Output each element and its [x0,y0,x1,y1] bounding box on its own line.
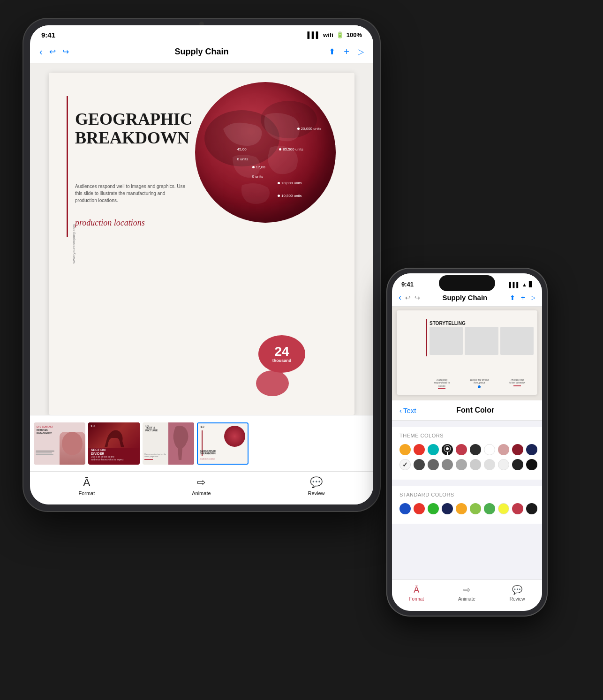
phone-share-button[interactable]: ⬆ [510,294,515,302]
color-white[interactable] [484,444,495,455]
phone-slide-thumb: STORYTELLING Audiencesrespond well tosto… [397,310,537,395]
color-dark-7[interactable] [498,459,509,470]
wifi-icon: ▲ [522,282,527,287]
phone-dynamic-island [439,275,495,291]
data-point-6: 0 units [252,174,264,179]
color-dark-8[interactable] [512,459,523,470]
thumbnail-12[interactable]: 12 GEOGRAPHICBREAKDOWN production locati… [197,422,249,465]
thumb12-globe [224,426,245,447]
phone-undo-button[interactable]: ↩ [405,294,411,301]
std-color-dark-blue[interactable] [442,503,453,514]
std-color-red[interactable] [414,503,425,514]
redo-button[interactable]: ↪ [62,47,69,57]
tablet-screen: 9:41 ▌▌▌ wifi 🔋 100% ‹ ↩ ↪ Supply Chain … [30,25,373,504]
thumbnail-9[interactable]: EYE CONTACT IMPROVES ENGAGEMENT [34,422,85,465]
phone-redo-button[interactable]: ↪ [415,294,420,301]
std-color-blue[interactable] [399,503,411,514]
data-point-1: 20,000 units [297,127,322,131]
phone-animate-label: Animate [458,596,475,602]
data-label: 0 units [237,157,249,161]
format-label: Format [78,490,95,496]
format-icon: Ā [83,476,90,489]
back-button[interactable]: ‹ [39,46,43,57]
data-dot [279,148,281,151]
thumb9-title: EYE CONTACT IMPROVES ENGAGEMENT [37,425,53,436]
caption-underline-2 [513,385,521,386]
data-label: 45,00 [237,147,247,151]
share-button[interactable]: ⬆ [329,47,335,57]
theme-colors-title: THEME COLORS [399,433,535,438]
color-dark-3[interactable] [442,459,453,470]
phone-toolbar-review[interactable]: 💬 Review [510,585,525,602]
undo-button[interactable]: ↩ [49,47,56,57]
phone-play-button[interactable]: ▷ [531,294,535,302]
thumbnail-10[interactable]: 10 SECTIONDIVIDER Use a bit of text so t… [88,422,140,465]
color-light-pink[interactable] [498,444,509,455]
color-check-dark[interactable] [399,459,411,470]
slide-title-line2: BREAKDOWN [75,128,189,147]
phone-nav-icons: ⬆ + ▷ [510,294,535,302]
data-label: 10,500 units [281,194,302,198]
review-label: Review [308,490,324,496]
phone-toolbar-format[interactable]: Ā Format [409,585,424,602]
color-dark-9[interactable] [526,459,537,470]
color-dark-5[interactable] [470,459,481,470]
color-red[interactable] [414,444,425,455]
theme-colors-section: THEME COLORS [392,427,542,480]
std-color-green2[interactable] [484,503,495,514]
color-orange[interactable] [399,444,411,455]
battery-icon: ▊ [529,281,533,287]
phone-review-icon: 💬 [512,585,522,595]
standard-colors-section: STANDARD COLORS [392,486,542,524]
phone-back-button[interactable]: ‹ [399,293,401,302]
globe-circle [195,82,336,223]
thumb9-head [62,432,83,455]
data-label: 85,500 units [283,147,303,151]
tablet-device: 9:41 ▌▌▌ wifi 🔋 100% ‹ ↩ ↪ Supply Chain … [23,19,380,511]
data-point-7: 70,000 units [278,181,302,185]
std-color-orange[interactable] [456,503,467,514]
phone-screen: 9:41 ▌▌▌ ▲ ▊ ‹ ↩ ↪ Supply Chain ⬆ + ▷ [392,273,542,611]
play-button[interactable]: ▷ [358,47,364,57]
phone-caption-3: This will helpto feel cohesion [509,378,525,390]
color-dark-1[interactable] [414,459,425,470]
std-color-green[interactable] [428,503,439,514]
panel-back-button[interactable]: ‹ Text [399,406,416,414]
add-button[interactable]: + [344,46,349,57]
phone-toolbar-animate[interactable]: ⇨ Animate [458,585,475,602]
std-color-yellow-green[interactable] [470,503,481,514]
toolbar-format[interactable]: Ā Format [78,476,95,496]
phone-text-cols [430,327,534,355]
std-color-black[interactable] [526,503,537,514]
signal-icon: ▌▌▌ [307,31,320,38]
std-color-bright-yellow[interactable] [498,503,509,514]
color-navy[interactable] [526,444,537,455]
phone-add-button[interactable]: + [521,294,525,302]
phone-time: 9:41 [401,281,414,288]
color-near-black[interactable] [470,444,481,455]
phone-text-col-1 [430,327,463,355]
color-dark-6[interactable] [484,459,495,470]
color-dark-4[interactable] [456,459,467,470]
thumb10-inner: 10 SECTIONDIVIDER Use a bit of text so t… [88,422,140,465]
phone-document-title: Supply Chain [424,294,506,301]
data-point-2: 85,500 units [279,147,303,151]
color-dark-2[interactable] [428,459,439,470]
thumb10-sub: Use a bit of text so theaudience knows w… [91,455,124,461]
data-dot [252,166,255,168]
std-color-crimson[interactable] [512,503,523,514]
toolbar-animate[interactable]: ⇨ Animate [192,476,211,496]
color-deep-red[interactable] [512,444,523,455]
back-chevron: ‹ [399,406,402,414]
red-number: 24 [272,345,292,358]
data-label: 70,000 units [281,181,302,185]
thumb11-text: Use some nice text on the whole page her… [144,453,168,460]
color-black-selected[interactable] [442,444,453,455]
color-dark-red[interactable] [456,444,467,455]
tablet-status-bar: 9:41 ▌▌▌ wifi 🔋 100% [30,25,373,43]
panel-title: Font Color [416,406,535,414]
color-teal[interactable] [428,444,439,455]
thumbnail-11[interactable]: 11 TEXT &PICTURE Use some nice text on t… [143,422,194,465]
globe-container: 20,000 units 85,500 units 45,00 0 units [195,82,345,241]
toolbar-review[interactable]: 💬 Review [308,476,324,496]
